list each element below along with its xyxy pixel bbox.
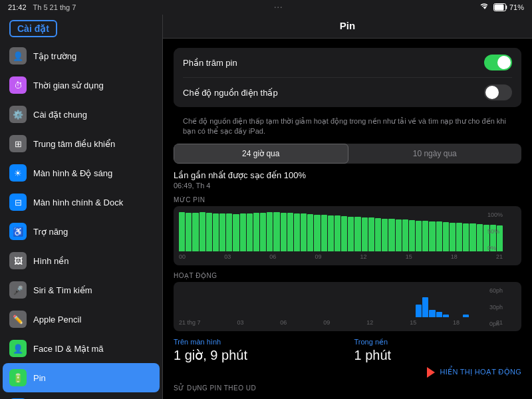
sidebar-icon-thoi-gian: ⏱ <box>9 76 27 94</box>
sidebar-icon-apple-pencil: ✏️ <box>9 311 27 328</box>
show-activity-row: HIỂN THỊ HOẠT ĐỘNG <box>174 367 521 378</box>
battery-bar <box>314 215 320 251</box>
sidebar-icon-cai-dat-chung: ⚙️ <box>9 106 27 123</box>
sidebar-icon-pin: 🔋 <box>9 369 27 386</box>
battery-bar <box>477 224 483 251</box>
che-do-description: Chế độ nguồn điện thấp tạm thời giảm hoạ… <box>174 112 521 144</box>
top-dots: ··· <box>273 0 282 15</box>
battery-bar <box>192 213 198 251</box>
battery-bar <box>200 212 205 251</box>
battery-bar <box>247 213 253 251</box>
sidebar-item-tap-truong[interactable]: 👤Tập trường <box>0 41 162 70</box>
sidebar-item-siri[interactable]: 🎤Siri & Tìm kiếm <box>0 275 162 305</box>
battery-bar <box>422 221 428 251</box>
activity-bar <box>416 305 422 317</box>
sidebar-items: 👤Tập trường⏱Thời gian sử dụng⚙️Cài đặt c… <box>0 41 162 399</box>
screen-usage-value: 1 giờ, 9 phút <box>174 347 341 363</box>
battery-bar <box>409 220 415 251</box>
settings-title-button[interactable]: Cài đặt <box>9 20 57 37</box>
muc-pin-chart: 100%50%0% 0003060912151821 <box>174 206 521 265</box>
sidebar-item-label-man-hinh-do-sang: Màn hình & Độ sáng <box>33 168 112 178</box>
sidebar-item-hinh-nen[interactable]: 🖼Hình nền <box>0 246 162 275</box>
battery-bar <box>436 221 442 251</box>
battery-bar <box>213 213 219 251</box>
seg-btn-24h[interactable]: 24 giờ qua <box>174 144 348 164</box>
app-usage-list: ONVTVcab ON81%📱MH chính & MH khóa14%❤Tim… <box>174 394 521 399</box>
app-usage-section-label: SỬ DỤNG PIN THEO UD <box>174 384 521 392</box>
battery-bar <box>301 213 307 251</box>
battery-bar <box>226 213 232 251</box>
battery-bar <box>273 212 279 251</box>
battery-bar <box>294 213 300 251</box>
sidebar-item-label-apple-pencil: Apple Pencil <box>33 315 81 325</box>
battery-bar <box>328 215 334 251</box>
battery-bar <box>260 213 266 251</box>
screen-usage: Trên màn hình 1 giờ, 9 phút <box>174 338 341 363</box>
sidebar-icon-trung-tam: ⊞ <box>9 135 27 152</box>
battery-bar <box>368 217 374 251</box>
sidebar-item-quyen-rieng[interactable]: 🤚Quyền riêng tư & Bảo mật <box>0 392 162 399</box>
status-bar-left: 21:42 Th 5 21 thg 7 <box>8 3 76 11</box>
activity-bar <box>443 315 449 317</box>
sidebar-item-trung-tam[interactable]: ⊞Trung tâm điều khiển <box>0 129 162 158</box>
che-do-row: Chế độ nguồn điện thấp <box>174 78 521 107</box>
battery-bar <box>456 223 462 251</box>
battery-bar-chart <box>179 211 503 251</box>
sidebar-item-label-tap-truong: Tập trường <box>33 51 76 61</box>
arrow-icon <box>427 367 435 378</box>
phan-tram-pin-row: Phần trăm pin <box>174 48 521 77</box>
bg-usage: Trong nền 1 phút <box>354 338 522 363</box>
sidebar-icon-siri: 🎤 <box>9 281 27 299</box>
sidebar-item-cai-dat-chung[interactable]: ⚙️Cài đặt chung <box>0 100 162 129</box>
battery-bar <box>186 213 192 251</box>
hoat-dong-section-label: HOẠT ĐỘNG <box>174 272 521 279</box>
battery-percent: 71% <box>509 3 524 11</box>
seg-btn-10d[interactable]: 10 ngày qua <box>348 144 522 164</box>
sidebar-header: Cài đặt <box>0 15 162 41</box>
sidebar-item-label-cai-dat-chung: Cài đặt chung <box>33 110 87 120</box>
sidebar-item-apple-pencil[interactable]: ✏️Apple Pencil <box>0 305 162 334</box>
activity-bar <box>463 315 469 317</box>
sidebar: Cài đặt 👤Tập trường⏱Thời gian sử dụng⚙️C… <box>0 15 163 399</box>
battery-bar <box>179 212 185 251</box>
battery-bar <box>233 214 239 251</box>
sidebar-item-tro-nang[interactable]: ♿Trợ năng <box>0 217 162 246</box>
battery-bar <box>219 213 225 251</box>
hoat-dong-chart: 60ph30ph0ph 21 thg 703060912151821 <box>174 282 521 331</box>
sidebar-item-label-pin: Pin <box>33 373 46 383</box>
battery-bar <box>206 213 212 251</box>
che-do-toggle[interactable] <box>484 84 512 100</box>
sidebar-item-man-hinh-chinh[interactable]: ⊟Màn hình chính & Dock <box>0 188 162 217</box>
activity-bar <box>429 310 435 317</box>
status-time: 21:42 <box>8 3 27 11</box>
battery-bar <box>334 215 340 251</box>
sidebar-icon-tap-truong: 👤 <box>9 47 27 65</box>
battery-bar <box>267 212 273 251</box>
usage-row: Trên màn hình 1 giờ, 9 phút Trong nền 1 … <box>174 338 521 363</box>
battery-bar <box>396 219 402 251</box>
svg-rect-1 <box>494 5 503 11</box>
battery-bar <box>253 213 259 251</box>
sidebar-icon-face-id: 👤 <box>9 340 27 357</box>
sidebar-icon-man-hinh-do-sang: ☀ <box>9 164 27 182</box>
status-date: Th 5 21 thg 7 <box>33 3 76 11</box>
battery-icon: 71% <box>493 3 524 11</box>
last-charged-label: Lần gần nhất được sạc đến 100% <box>174 170 521 180</box>
battery-bar <box>375 218 381 251</box>
wifi-icon <box>480 3 489 11</box>
battery-bar <box>287 213 293 251</box>
phan-tram-toggle[interactable] <box>484 55 512 70</box>
battery-bar <box>341 216 347 251</box>
last-charged-time: 06:49, Th 4 <box>174 182 521 190</box>
show-activity-link[interactable]: HIỂN THỊ HOẠT ĐỘNG <box>440 368 521 376</box>
app-usage-item[interactable]: ONVTVcab ON81% <box>174 394 521 399</box>
sidebar-item-pin[interactable]: 🔋Pin <box>3 363 160 392</box>
battery-bar <box>450 223 456 251</box>
battery-bar <box>402 219 408 251</box>
sidebar-item-thoi-gian[interactable]: ⏱Thời gian sử dụng <box>0 70 162 100</box>
sidebar-item-label-thoi-gian: Thời gian sử dụng <box>33 80 104 90</box>
sidebar-item-face-id[interactable]: 👤Face ID & Mật mã <box>0 334 162 363</box>
battery-bar <box>443 222 449 251</box>
sidebar-item-man-hinh-do-sang[interactable]: ☀Màn hình & Độ sáng <box>0 158 162 188</box>
battery-bar <box>388 219 394 251</box>
